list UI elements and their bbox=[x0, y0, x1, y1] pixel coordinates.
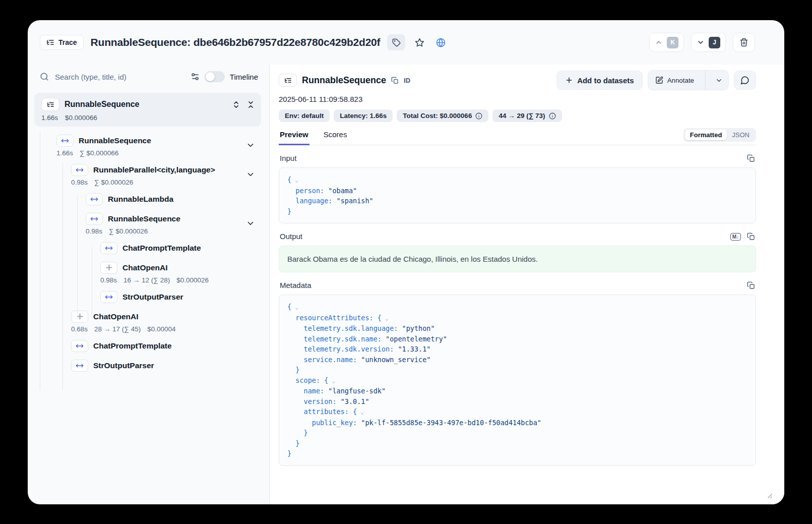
tree-node-metrics: 0.98s∑ $0.000026 bbox=[86, 227, 180, 235]
span-icon bbox=[56, 135, 74, 147]
tree-node[interactable]: RunnableLambda bbox=[34, 189, 261, 209]
input-section-heading: Input bbox=[280, 154, 296, 162]
copy-input-button[interactable] bbox=[747, 154, 755, 162]
markdown-toggle-button[interactable]: M↓ bbox=[730, 232, 741, 240]
chevrons-up-down-icon bbox=[232, 100, 240, 109]
tree-node-metrics: 0.68s28 → 17 (∑ 45)$0.00004 bbox=[71, 325, 176, 333]
window-header: Trace RunnableSequence: dbe646b2b67957d2… bbox=[28, 20, 784, 65]
tree-node[interactable]: StrOutputParser bbox=[34, 356, 261, 375]
output-section-heading: Output bbox=[280, 232, 302, 241]
timeline-toggle-label: Timeline bbox=[230, 73, 258, 81]
span-icon bbox=[71, 360, 88, 372]
trace-tree: RunnableSequence1.66s∑ $0.000066Runnable… bbox=[34, 131, 261, 375]
list-tree-icon bbox=[46, 38, 54, 46]
tree-node-title: ChatPromptTemplate bbox=[93, 341, 172, 351]
trace-type-badge: Trace bbox=[40, 35, 84, 50]
annotate-dropdown-button[interactable] bbox=[710, 71, 728, 90]
metadata-json-viewer[interactable]: { ⌄ resourceAttributes: { ⌄ telemetry.sd… bbox=[279, 295, 756, 466]
generation-icon bbox=[71, 311, 88, 323]
copy-icon bbox=[391, 77, 399, 84]
copy-metadata-button[interactable] bbox=[747, 281, 755, 289]
copy-icon bbox=[747, 281, 755, 289]
chevron-down-icon[interactable] bbox=[246, 170, 255, 179]
format-toggle-json[interactable]: JSON bbox=[727, 130, 755, 140]
tree-node-metrics: 0.98s∑ $0.000026 bbox=[71, 179, 215, 186]
tree-guide bbox=[63, 163, 63, 390]
collapse-all-button[interactable] bbox=[246, 100, 255, 109]
search-input[interactable] bbox=[54, 72, 185, 82]
tree-node[interactable]: ChatPromptTemplate bbox=[34, 238, 261, 258]
generation-icon bbox=[100, 262, 117, 274]
observation-detail-panel: RunnableSequence ID Add to datasets bbox=[270, 65, 784, 504]
sliders-icon bbox=[191, 72, 200, 81]
annotate-split-button: Annotate bbox=[648, 70, 729, 90]
tab-scores[interactable]: Scores bbox=[323, 130, 348, 145]
detail-title: RunnableSequence bbox=[302, 75, 386, 86]
view-settings-button[interactable] bbox=[191, 72, 200, 81]
tree-guide bbox=[40, 132, 40, 390]
star-icon bbox=[415, 38, 424, 47]
span-icon bbox=[71, 164, 88, 176]
detail-tabs: Preview Scores Formatted JSON bbox=[279, 128, 756, 145]
trace-window: Trace RunnableSequence: dbe646b2b67957d2… bbox=[28, 20, 784, 504]
metric-badge: Total Cost: $0.000066 bbox=[397, 109, 488, 122]
tree-node-metrics: 1.66s∑ $0.000066 bbox=[56, 149, 151, 157]
trace-badge-label: Trace bbox=[58, 38, 77, 46]
plus-icon bbox=[565, 76, 573, 84]
search-icon bbox=[40, 72, 49, 81]
chevron-down-icon[interactable] bbox=[246, 219, 255, 228]
metric-badge: Env: default bbox=[279, 109, 330, 122]
nav-next-button[interactable]: J bbox=[691, 33, 726, 52]
tree-node-title: RunnableSequence bbox=[108, 214, 180, 223]
tree-guide bbox=[92, 247, 92, 319]
public-share-globe-button[interactable] bbox=[433, 34, 448, 50]
expand-all-button[interactable] bbox=[232, 100, 240, 109]
delete-button[interactable] bbox=[733, 33, 755, 52]
tree-node[interactable]: ChatOpenAI0.98s16 → 12 (∑ 28)$0.000026 bbox=[34, 258, 261, 287]
tree-node-title: RunnableParallel<city,language> bbox=[93, 165, 215, 174]
comments-button[interactable] bbox=[734, 71, 756, 90]
edit-pencil-icon bbox=[655, 76, 663, 84]
trace-timestamp: 2025-06-11 11:09:58.823 bbox=[279, 95, 756, 103]
copy-icon bbox=[747, 232, 755, 241]
input-json-viewer[interactable]: { ⌄ person: "obama" language: "spanish"} bbox=[279, 167, 756, 223]
nav-previous-button[interactable]: K bbox=[649, 33, 684, 52]
trace-root-node[interactable]: RunnableSequence bbox=[34, 93, 261, 127]
info-icon[interactable] bbox=[549, 112, 556, 120]
resize-handle[interactable] bbox=[765, 491, 772, 498]
timeline-toggle[interactable] bbox=[205, 71, 225, 82]
copy-id-button[interactable] bbox=[391, 77, 399, 84]
tree-node[interactable]: RunnableSequence1.66s∑ $0.000066 bbox=[34, 131, 261, 160]
tree-node-title: RunnableLambda bbox=[108, 195, 173, 204]
metadata-section-heading: Metadata bbox=[280, 281, 311, 289]
info-icon[interactable] bbox=[475, 112, 482, 120]
annotate-button[interactable]: Annotate bbox=[648, 71, 701, 90]
markdown-icon: M↓ bbox=[730, 233, 741, 241]
tree-node[interactable]: RunnableParallel<city,language>0.98s∑ $0… bbox=[34, 160, 261, 189]
chevron-down-icon bbox=[715, 77, 723, 84]
page-title: RunnableSequence: dbe646b2b67957d22e8780… bbox=[91, 36, 381, 48]
tree-node[interactable]: ChatPromptTemplate bbox=[34, 336, 261, 356]
tree-node[interactable]: ChatOpenAI0.68s28 → 17 (∑ 45)$0.00004 bbox=[34, 307, 261, 336]
tree-guide bbox=[77, 195, 78, 319]
bookmark-star-button[interactable] bbox=[412, 34, 426, 50]
metric-badge: Latency: 1.66s bbox=[334, 109, 393, 122]
output-text: Barack Obama es de la ciudad de Chicago,… bbox=[279, 246, 756, 272]
add-to-datasets-button[interactable]: Add to datasets bbox=[556, 71, 643, 90]
globe-icon bbox=[436, 38, 446, 47]
id-label: ID bbox=[404, 77, 410, 84]
tree-node-metrics: 0.98s16 → 12 (∑ 28)$0.000026 bbox=[100, 276, 209, 284]
tree-node-title: ChatOpenAI bbox=[93, 312, 139, 321]
copy-output-button[interactable] bbox=[747, 232, 755, 241]
tree-node[interactable]: RunnableSequence0.98s∑ $0.000026 bbox=[34, 209, 261, 238]
tag-icon bbox=[392, 38, 401, 47]
chevron-down-icon[interactable] bbox=[246, 141, 255, 150]
span-icon bbox=[86, 193, 103, 205]
tab-preview[interactable]: Preview bbox=[279, 130, 309, 145]
tree-node-title: RunnableSequence bbox=[79, 136, 151, 145]
tree-node-title: ChatPromptTemplate bbox=[122, 244, 201, 253]
format-toggle-formatted[interactable]: Formatted bbox=[685, 130, 727, 140]
root-duration: 1.66s bbox=[41, 114, 58, 122]
tree-node[interactable]: StrOutputParser bbox=[34, 287, 261, 307]
tags-button[interactable] bbox=[387, 34, 405, 50]
